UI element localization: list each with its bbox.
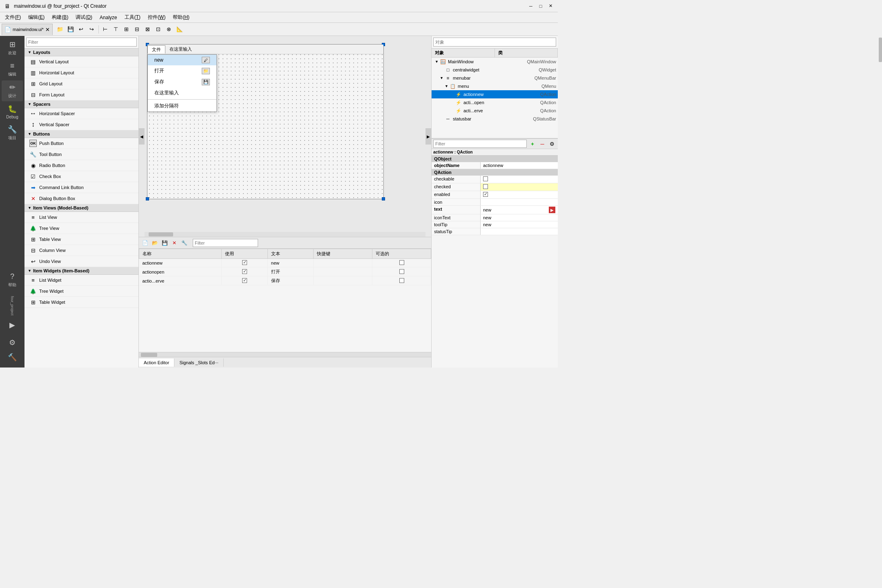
widget-filter-input[interactable] [26, 38, 137, 47]
table-row[interactable]: actionnew new [139, 259, 431, 267]
action-table-hscroll[interactable] [139, 352, 431, 357]
sidebar-welcome[interactable]: ⊞ 欢迎 [2, 38, 23, 58]
menu-tab-file[interactable]: 文件 [147, 45, 165, 53]
obj-row-actionnew[interactable]: ⚡ actionnew QAction [432, 90, 558, 98]
menu-help[interactable]: 帮助(H) [169, 13, 193, 22]
sidebar-hammer[interactable]: 🔨 [2, 350, 23, 364]
obj-row-centralwidget[interactable]: □ centralwidget QWidget [432, 66, 558, 74]
widget-dialog-button[interactable]: ✕ Dialog Button Box [24, 193, 138, 204]
menu-tools[interactable]: 工具(T) [121, 13, 144, 22]
widget-check-box[interactable]: ☑ Check Box [24, 171, 138, 182]
dropdown-item-sep[interactable]: 添加分隔符 [148, 100, 216, 111]
expand-menubar[interactable]: ▼ [440, 76, 445, 80]
canvas-handle-br[interactable] [382, 197, 385, 200]
toolbar-undo-btn[interactable]: ↩ [76, 24, 86, 34]
menu-controls[interactable]: 控件(W) [145, 13, 169, 22]
toolbar-layout-f-btn[interactable]: ⊡ [154, 24, 163, 34]
action-delete-btn[interactable]: ✕ [170, 238, 179, 247]
doc-tab[interactable]: 📄 mainwindow.ui* ✕ [2, 24, 53, 35]
widget-undo-view[interactable]: ↩ Undo View [24, 256, 138, 267]
minimize-button[interactable]: ─ [527, 2, 535, 10]
enabled-prop-cb[interactable] [483, 192, 488, 197]
toolbar-break-btn[interactable]: ⊗ [164, 24, 174, 34]
expand-menu[interactable]: ▼ [445, 84, 450, 88]
checkable-prop-cb[interactable] [483, 176, 488, 181]
sidebar-build[interactable]: ⚙ [2, 336, 23, 350]
prop-row-statustip[interactable]: statusTip [432, 228, 558, 235]
text-edit-btn[interactable]: ▶ [549, 207, 555, 213]
widget-list-view[interactable]: ≡ List View [24, 212, 138, 223]
scroll-left-btn[interactable]: ◀ [139, 128, 145, 145]
widget-list-widget[interactable]: ≡ List Widget [24, 275, 138, 286]
toolbar-align-h-btn[interactable]: ⊢ [100, 24, 110, 34]
prop-row-checked[interactable]: checked [432, 183, 558, 191]
menu-edit[interactable]: 编辑(E) [25, 13, 48, 22]
toolbar-align-v-btn[interactable]: ⊤ [111, 24, 121, 34]
obj-row-actionerve[interactable]: ⚡ acti...erve QAction [432, 107, 558, 115]
toolbar-layout-h-btn[interactable]: ⊞ [122, 24, 131, 34]
category-buttons[interactable]: Buttons [24, 130, 138, 138]
toolbar-layout-g-btn[interactable]: ⊠ [143, 24, 153, 34]
widget-vertical-layout[interactable]: ▤ Vertical Layout [24, 56, 138, 67]
table-row[interactable]: actio...erve 保存 [139, 276, 431, 285]
toolbar-open-btn[interactable]: 📁 [55, 24, 65, 34]
prop-row-tooltip[interactable]: toolTip new [432, 221, 558, 228]
close-button[interactable]: ✕ [546, 2, 555, 10]
maximize-button[interactable]: □ [537, 2, 545, 10]
category-item-views[interactable]: Item Views (Model-Based) [24, 204, 138, 212]
widget-command-link[interactable]: ➡ Command Link Button [24, 182, 138, 193]
doc-tab-close[interactable]: ✕ [45, 27, 50, 33]
prop-row-icon[interactable]: icon [432, 199, 558, 206]
obj-row-mainwindow[interactable]: ▼ 🪟 MainWindow QMainWindow [432, 58, 558, 66]
dropdown-item-input[interactable]: 在这里输入 [148, 87, 216, 98]
canvas-handle-bl[interactable] [146, 197, 149, 200]
category-layouts[interactable]: Layouts [24, 49, 138, 56]
toolbar-layout-v-btn[interactable]: ⊟ [132, 24, 142, 34]
widget-radio-button[interactable]: ◉ Radio Button [24, 160, 138, 171]
checked-prop-cb[interactable] [483, 184, 488, 189]
h-scrollbar[interactable] [145, 232, 425, 237]
sidebar-debug[interactable]: 🐛 Debug [2, 102, 23, 122]
prop-row-text[interactable]: text new ▶ [432, 206, 558, 214]
prop-row-checkable[interactable]: checkable [432, 176, 558, 183]
dropdown-item-save[interactable]: 保存 💾 [148, 76, 216, 87]
widget-column-view[interactable]: ⊟ Column View [24, 245, 138, 256]
obj-row-menubar[interactable]: ▼ ≡ menubar QMenuBar [432, 74, 558, 82]
sidebar-debug2[interactable]: ▶ [2, 318, 23, 333]
widget-horizontal-layout[interactable]: ▥ Horizontal Layout [24, 67, 138, 78]
dropdown-item-open[interactable]: 打开 📁 [148, 65, 216, 76]
widget-tree-widget[interactable]: 🌲 Tree Widget [24, 286, 138, 297]
obj-row-actionopen[interactable]: ⚡ acti...open QAction [432, 98, 558, 107]
widget-h-spacer[interactable]: ↔ Horizontal Spacer [24, 108, 138, 119]
menu-tab-input[interactable]: 在这里输入 [165, 45, 196, 53]
widget-push-button[interactable]: OK Push Button [24, 138, 138, 149]
menu-analyze[interactable]: Analyze [96, 14, 120, 21]
menu-file[interactable]: 文件(F) [2, 13, 24, 22]
toolbar-adjust-btn[interactable]: 📐 [175, 24, 185, 34]
table-row[interactable]: actionopen 打开 [139, 267, 431, 276]
action-save-btn[interactable]: 💾 [160, 238, 169, 247]
sidebar-help[interactable]: ? 帮助 [2, 270, 23, 290]
action-wrench-btn[interactable]: 🔧 [180, 238, 189, 247]
object-filter-input[interactable] [433, 38, 556, 47]
checkable-checkbox[interactable] [399, 269, 404, 274]
checkable-checkbox[interactable] [399, 260, 404, 265]
obj-row-statusbar[interactable]: ─ statusbar QStatusBar [432, 115, 558, 123]
category-spacers[interactable]: Spacers [24, 100, 138, 108]
widget-table-widget[interactable]: ⊞ Table Widget [24, 297, 138, 308]
menu-build[interactable]: 构建(B) [49, 13, 71, 22]
h-scrollbar-thumb[interactable] [149, 232, 173, 236]
props-add-btn[interactable]: + [528, 140, 537, 148]
widget-form-layout[interactable]: ⊟ Form Layout [24, 89, 138, 100]
action-filter-input[interactable] [193, 239, 258, 247]
action-open-btn[interactable]: 📂 [150, 238, 159, 247]
widget-tree-view[interactable]: 🌲 Tree View [24, 223, 138, 234]
action-new-btn[interactable]: 📄 [140, 238, 149, 247]
used-checkbox[interactable] [242, 260, 247, 265]
prop-row-objectname[interactable]: objectName actionnew [432, 162, 558, 169]
prop-row-icontext[interactable]: iconText new [432, 214, 558, 221]
widget-tool-button[interactable]: 🔧 Tool Button [24, 149, 138, 160]
widget-grid-layout[interactable]: ⊞ Grid Layout [24, 78, 138, 89]
dropdown-item-new[interactable]: new 🖊 [148, 55, 216, 65]
props-settings-btn[interactable]: ⚙ [548, 140, 556, 148]
